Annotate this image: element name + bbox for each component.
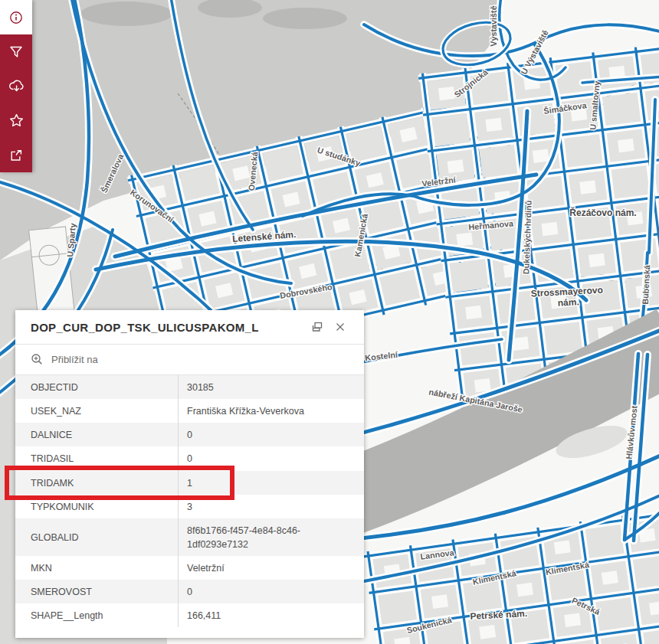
attribute-label: SHAPE__Length <box>15 603 178 627</box>
share-button[interactable] <box>0 138 32 172</box>
attribute-label: TRIDASIL <box>15 446 178 470</box>
attribute-value: 166,411 <box>178 603 364 627</box>
info-icon <box>8 9 25 26</box>
filter-icon <box>8 44 25 60</box>
attribute-row: TRIDAMK1 <box>15 471 364 495</box>
toolbar-sidebar <box>0 0 32 172</box>
popup-header: DOP_CUR_DOP_TSK_ULICUSPAKOM_L <box>15 310 364 345</box>
attribute-value: 1 <box>178 471 364 495</box>
attribute-row: TRIDASIL0 <box>15 446 364 470</box>
filter-button[interactable] <box>0 34 32 69</box>
street-label: nám. <box>557 296 579 308</box>
street-label: Řezáčovo nám. <box>569 207 636 218</box>
zoom-to-action[interactable]: Přiblížit na <box>15 345 364 375</box>
tree-cluster <box>80 2 172 26</box>
attribute-label: SMEROVOST <box>15 580 178 603</box>
attribute-row: GLOBALID8f6b1766-f457-4e84-8c46-1df0293e… <box>15 518 364 556</box>
close-icon <box>335 322 346 332</box>
star-icon <box>8 112 25 129</box>
zoom-to-label: Přiblížit na <box>51 354 98 365</box>
dock-icon <box>310 320 324 334</box>
attribute-label: MKN <box>15 556 178 580</box>
cloud-download-icon <box>8 77 25 95</box>
attribute-value: 0 <box>178 446 364 470</box>
attribute-label: TYPKOMUNIK <box>15 495 178 518</box>
attribute-value: 8f6b1766-f457-4e84-8c46-1df0293e7132 <box>178 518 364 556</box>
attribute-value: 30185 <box>178 375 364 399</box>
zoom-to-icon <box>31 353 44 366</box>
attribute-row: MKNVeletržní <box>15 556 364 580</box>
feature-popup: DOP_CUR_DOP_TSK_ULICUSPAKOM_L <box>15 310 364 638</box>
attribute-row: USEK_NAZFrantiška Křížka-Veverkova <box>15 399 364 423</box>
attribute-value: 0 <box>178 423 364 446</box>
attribute-value: 0 <box>178 580 364 603</box>
attribute-label: OBJECTID <box>15 375 178 399</box>
attribute-row: OBJECTID30185 <box>15 375 364 399</box>
favorites-button[interactable] <box>0 103 32 138</box>
attribute-value: Františka Křížka-Veverkova <box>178 399 364 423</box>
attribute-label: GLOBALID <box>15 518 178 556</box>
attribute-row: SHAPE__Length166,411 <box>15 603 364 627</box>
info-button[interactable] <box>0 0 32 34</box>
attribute-row: TYPKOMUNIK3 <box>15 495 364 518</box>
attribute-value: Veletržní <box>178 556 364 580</box>
popup-title: DOP_CUR_DOP_TSK_ULICUSPAKOM_L <box>31 321 306 334</box>
attribute-label: USEK_NAZ <box>15 399 178 423</box>
attribute-label: TRIDAMK <box>15 471 178 495</box>
attribute-label: DALNICE <box>15 423 178 446</box>
attribute-row: SMEROVOST0 <box>15 580 364 603</box>
dock-button[interactable] <box>306 315 329 338</box>
attribute-table: OBJECTID30185USEK_NAZFrantiška Křížka-Ve… <box>15 375 364 639</box>
attribute-row: DALNICE0 <box>15 423 364 446</box>
attribute-value: 3 <box>178 495 364 518</box>
close-button[interactable] <box>329 315 352 338</box>
share-export-icon <box>8 147 25 164</box>
street-label: Výstaviště <box>489 5 498 46</box>
app-window: VýstavištěU VýstavištěStrojnickáŠimáčkov… <box>0 0 659 644</box>
refresh-data-button[interactable] <box>0 69 32 103</box>
tree-cluster <box>263 8 347 29</box>
